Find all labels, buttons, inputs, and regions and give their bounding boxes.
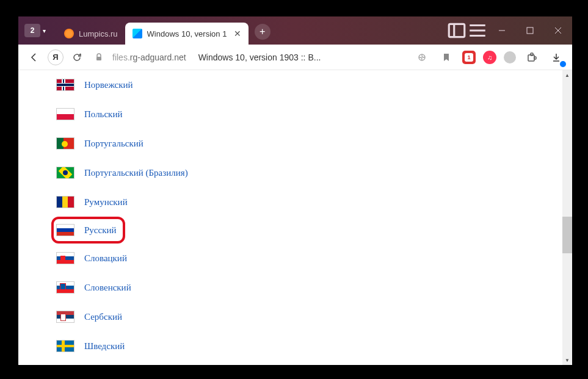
language-item-pl[interactable]: Польский bbox=[56, 99, 572, 129]
svg-rect-2 bbox=[96, 57, 101, 60]
browser-window: 2 ▾ Lumpics.ru Windows 10, version 19 ✕ … bbox=[18, 16, 572, 365]
svg-rect-0 bbox=[449, 24, 465, 37]
language-item-sk[interactable]: Словацкий bbox=[56, 244, 572, 273]
bookmark-icon[interactable] bbox=[438, 49, 455, 66]
language-item-pt[interactable]: Португальский bbox=[56, 129, 572, 158]
scroll-down-arrow[interactable]: ▼ bbox=[562, 355, 572, 365]
language-item-ru[interactable]: Русский bbox=[56, 220, 117, 240]
scrollbar[interactable]: ▲ ▼ bbox=[562, 70, 572, 365]
reload-button[interactable] bbox=[68, 49, 85, 66]
favicon-icon bbox=[64, 29, 74, 38]
page-content: НорвежскийПольскийПортугальскийПортугаль… bbox=[18, 70, 572, 365]
scrollbar-thumb[interactable] bbox=[562, 217, 572, 253]
close-button[interactable] bbox=[544, 16, 572, 45]
svg-rect-6 bbox=[534, 57, 536, 59]
url-host: rg-adguard.net bbox=[130, 52, 186, 62]
tab-lumpics[interactable]: Lumpics.ru bbox=[57, 23, 125, 45]
tab-windows10[interactable]: Windows 10, version 19 ✕ bbox=[125, 23, 249, 45]
language-link[interactable]: Словацкий bbox=[84, 253, 127, 264]
language-link[interactable]: Сербский bbox=[84, 312, 122, 322]
chevron-down-icon[interactable]: ▾ bbox=[43, 27, 46, 34]
favicon-icon bbox=[132, 29, 142, 38]
music-extension-icon[interactable]: ♫ bbox=[483, 51, 496, 64]
adblock-extension-icon[interactable]: 1 bbox=[462, 51, 476, 64]
translate-extension-icon[interactable] bbox=[504, 51, 516, 63]
language-item-no[interactable]: Норвежский bbox=[56, 70, 572, 99]
flag-icon-rs bbox=[56, 311, 74, 323]
flag-icon-se bbox=[56, 340, 74, 352]
flag-icon-ro bbox=[56, 196, 74, 208]
language-link[interactable]: Русский bbox=[84, 225, 117, 236]
scroll-up-arrow[interactable]: ▲ bbox=[562, 70, 572, 80]
download-badge-icon bbox=[560, 61, 566, 67]
flag-icon-sk bbox=[56, 252, 74, 264]
flag-icon-no bbox=[56, 79, 74, 91]
tab-title: Lumpics.ru bbox=[79, 29, 118, 38]
language-link[interactable]: Словенский bbox=[84, 283, 131, 293]
tab-title: Windows 10, version 19 bbox=[147, 29, 227, 38]
url-prefix: files. bbox=[112, 52, 130, 62]
language-item-se[interactable]: Шведский bbox=[56, 331, 572, 361]
new-tab-button[interactable]: + bbox=[255, 24, 270, 40]
lock-icon[interactable] bbox=[90, 49, 107, 66]
language-item-si[interactable]: Словенский bbox=[56, 273, 572, 302]
page-title: Windows 10, version 1903 :: B... bbox=[198, 52, 321, 62]
close-icon[interactable]: ✕ bbox=[234, 29, 241, 38]
highlighted-language: Русский bbox=[51, 217, 125, 244]
zen-icon[interactable] bbox=[413, 49, 430, 66]
flag-icon-ru bbox=[56, 224, 74, 236]
menu-icon[interactable] bbox=[467, 16, 488, 45]
language-link[interactable]: Шведский bbox=[84, 341, 125, 352]
language-link[interactable]: Польский bbox=[84, 109, 122, 120]
language-link[interactable]: Португальский (Бразилия) bbox=[84, 168, 188, 178]
language-link[interactable]: Румунский bbox=[84, 197, 128, 208]
language-list: НорвежскийПольскийПортугальскийПортугаль… bbox=[18, 70, 572, 361]
downloads-button[interactable] bbox=[548, 49, 565, 66]
flag-icon-pt bbox=[56, 137, 74, 150]
extensions-icon[interactable] bbox=[523, 49, 540, 66]
flag-icon-si bbox=[56, 281, 74, 294]
tab-count-badge[interactable]: 2 bbox=[24, 24, 40, 37]
language-item-ro[interactable]: Румунский bbox=[56, 187, 572, 217]
maximize-button[interactable] bbox=[516, 16, 544, 45]
flag-icon-br bbox=[56, 167, 74, 179]
address-bar: Я files.rg-adguard.net Windows 10, versi… bbox=[18, 45, 572, 70]
yandex-home-button[interactable]: Я bbox=[48, 49, 64, 65]
language-link[interactable]: Норвежский bbox=[84, 80, 133, 90]
flag-icon-pl bbox=[56, 108, 74, 120]
svg-rect-5 bbox=[531, 53, 533, 56]
language-item-br[interactable]: Португальский (Бразилия) bbox=[56, 158, 572, 187]
reader-icon[interactable] bbox=[446, 16, 467, 45]
back-button[interactable] bbox=[26, 49, 43, 66]
url-text[interactable]: files.rg-adguard.net bbox=[112, 52, 186, 62]
language-link[interactable]: Португальский bbox=[84, 139, 143, 149]
titlebar: 2 ▾ Lumpics.ru Windows 10, version 19 ✕ … bbox=[18, 16, 572, 45]
minimize-button[interactable] bbox=[488, 16, 516, 45]
language-item-rs[interactable]: Сербский bbox=[56, 302, 572, 331]
svg-rect-1 bbox=[527, 27, 533, 34]
